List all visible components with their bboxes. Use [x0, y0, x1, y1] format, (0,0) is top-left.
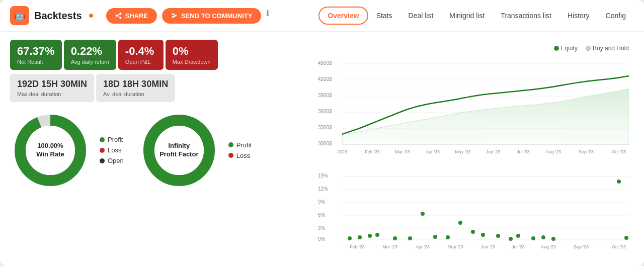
svg-point-49: [446, 235, 450, 239]
nav-tabs: Overview Stats Deal list Minigrid list T…: [318, 7, 634, 25]
stat-net-result: 67.37% Net Result: [10, 40, 62, 70]
svg-point-41: [348, 236, 352, 240]
tab-stats[interactable]: Stats: [368, 8, 400, 24]
tab-transactions-list[interactable]: Transactions list: [493, 8, 559, 24]
svg-point-56: [531, 236, 535, 240]
app-container: 🤖 Backtests SHARE SEND TO COMMUNITY ℹ Ov…: [0, 0, 644, 266]
svg-point-43: [368, 234, 372, 238]
svg-point-51: [471, 230, 475, 234]
profit-factor-legend: Profit Loss: [228, 141, 252, 159]
equity-chart-area: Equity Buy and Hold 4500$ 4200$ 3900$ 36…: [312, 40, 634, 160]
svg-point-54: [509, 237, 513, 241]
svg-text:3%: 3%: [318, 225, 326, 231]
svg-text:May '23: May '23: [455, 149, 470, 154]
stats-row: 67.37% Net Result 0.22% Avg daily return…: [10, 40, 302, 70]
svg-text:Apr '23: Apr '23: [426, 149, 440, 154]
tab-history[interactable]: History: [559, 8, 598, 24]
info-icon[interactable]: ℹ: [266, 8, 269, 24]
stat-avg-duration-label: Av. deal duration: [103, 91, 168, 97]
profit-factor-label: Infinity Profit Factor: [159, 142, 198, 159]
stat-max-duration: 192D 15H 30MIN Max deal duration: [10, 74, 94, 102]
svg-text:Oct '23: Oct '23: [612, 149, 626, 154]
svg-text:Aug '23: Aug '23: [546, 149, 561, 154]
svg-point-58: [551, 237, 555, 241]
svg-text:Sep '23: Sep '23: [574, 244, 589, 249]
legend-profit-1: Profit: [100, 136, 124, 143]
svg-text:Jun '23: Jun '23: [481, 244, 496, 249]
tab-overview[interactable]: Overview: [318, 7, 368, 25]
legend-loss-1: Loss: [100, 146, 124, 154]
bah-dot: [586, 46, 591, 51]
legend-dot-loss-2: [228, 153, 233, 158]
svg-point-50: [458, 221, 462, 225]
stat-avg-duration-value: 18D 18H 30MIN: [103, 79, 168, 90]
tab-config[interactable]: Config: [598, 8, 634, 24]
profit-factor-area: Infinity Profit Factor Profit Loss: [139, 110, 252, 191]
svg-text:Mar '23: Mar '23: [395, 149, 410, 154]
stat-open-pnl: -0.4% Open P&L: [118, 40, 164, 70]
svg-point-42: [358, 235, 362, 239]
svg-text:3900$: 3900$: [318, 93, 332, 98]
svg-text:Aug '23: Aug '23: [541, 244, 556, 249]
win-rate-chart: 100.00% Win Rate: [10, 110, 91, 191]
header-buttons: SHARE SEND TO COMMUNITY ℹ: [106, 8, 270, 24]
scatter-svg: 15% 12% 9% 6% 3% 0%: [317, 170, 629, 251]
win-rate-label: 100.00% Win Rate: [36, 142, 64, 159]
stat-avg-daily-value: 0.22%: [71, 45, 109, 58]
svg-text:2023: 2023: [337, 149, 347, 154]
community-button[interactable]: SEND TO COMMUNITY: [162, 8, 261, 24]
stat-open-pnl-value: -0.4%: [125, 45, 156, 58]
equity-legend-bah: Buy and Hold: [586, 45, 629, 52]
tab-minigrid-list[interactable]: Minigrid list: [441, 8, 493, 24]
svg-text:Mar '23: Mar '23: [382, 244, 397, 249]
tab-deal-list[interactable]: Deal list: [400, 8, 442, 24]
stat-avg-daily: 0.22% Avg daily return: [64, 40, 116, 70]
stat-net-result-label: Net Result: [17, 59, 55, 65]
svg-text:15%: 15%: [318, 173, 328, 179]
svg-text:3300$: 3300$: [318, 125, 332, 130]
svg-text:4500$: 4500$: [318, 60, 332, 66]
svg-point-48: [433, 235, 437, 239]
stat-avg-duration: 18D 18H 30MIN Av. deal duration: [96, 74, 175, 102]
left-panel: 67.37% Net Result 0.22% Avg daily return…: [10, 40, 302, 256]
svg-text:Oct '23: Oct '23: [612, 244, 626, 249]
right-panel: Equity Buy and Hold 4500$ 4200$ 3900$ 36…: [312, 40, 634, 256]
svg-point-55: [516, 234, 520, 238]
share-icon: [115, 12, 122, 19]
svg-text:Feb '23: Feb '23: [365, 149, 380, 154]
svg-text:12%: 12%: [318, 186, 328, 192]
header: 🤖 Backtests SHARE SEND TO COMMUNITY ℹ Ov…: [0, 0, 644, 32]
svg-text:May '23: May '23: [447, 244, 463, 249]
svg-text:Apr '23: Apr '23: [416, 244, 430, 249]
stat-max-duration-label: Max deal duration: [17, 91, 87, 97]
main-content: 67.37% Net Result 0.22% Avg daily return…: [0, 32, 644, 264]
svg-point-47: [421, 212, 425, 216]
stat-max-drawdown-label: Max Drawdown: [173, 59, 211, 65]
svg-text:3000$: 3000$: [318, 141, 332, 146]
share-button[interactable]: SHARE: [106, 8, 157, 24]
stat-max-drawdown-value: 0%: [173, 45, 211, 58]
stat-avg-daily-label: Avg daily return: [71, 59, 109, 65]
stat-max-duration-value: 192D 15H 30MIN: [17, 79, 87, 90]
svg-text:Feb '23: Feb '23: [350, 244, 365, 249]
send-icon: [171, 12, 178, 19]
legend-profit-2: Profit: [228, 141, 252, 149]
scatter-chart-area: 15% 12% 9% 6% 3% 0%: [312, 165, 634, 256]
legend-dot-loss-1: [100, 148, 105, 153]
svg-text:Jun '23: Jun '23: [486, 149, 501, 154]
brand-title: Backtests: [34, 10, 82, 22]
svg-text:Jul '23: Jul '23: [517, 149, 530, 154]
equity-dot: [554, 46, 559, 51]
stat-max-drawdown: 0% Max Drawdown: [166, 40, 218, 70]
legend-dot-profit-2: [228, 142, 233, 147]
svg-text:3600$: 3600$: [318, 109, 332, 114]
svg-text:Sep '23: Sep '23: [579, 149, 594, 154]
svg-text:9%: 9%: [318, 199, 326, 205]
svg-text:6%: 6%: [318, 212, 326, 218]
brand-icon: 🤖: [10, 6, 29, 25]
brand-status-dot: [89, 14, 93, 18]
svg-point-57: [541, 235, 545, 239]
equity-legend-equity: Equity: [554, 45, 578, 52]
svg-point-53: [496, 234, 500, 238]
svg-text:0%: 0%: [318, 236, 326, 242]
